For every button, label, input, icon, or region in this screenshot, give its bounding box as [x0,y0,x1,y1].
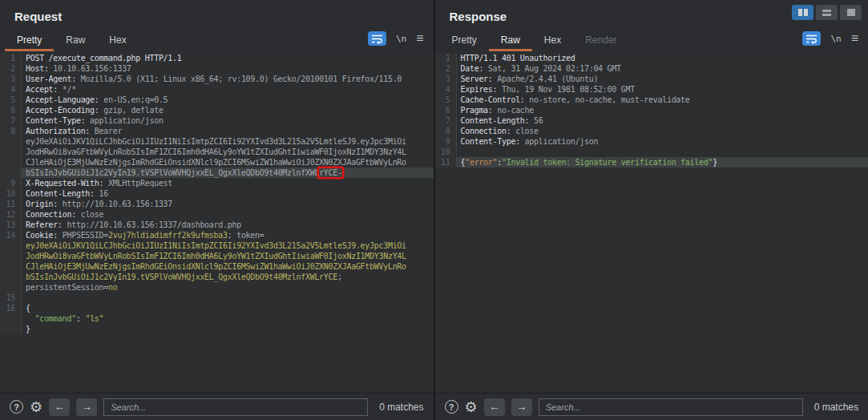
line-number: 9 [435,136,457,147]
word-wrap-icon [805,34,818,44]
code-line: "command": "ls" [0,313,434,324]
line-number: 2 [435,63,457,74]
code-line: 13Referer: http://10.10.63.156:1337/dash… [0,220,434,230]
search-previous-button[interactable]: ← [49,398,70,416]
code-line: 3User-Agent: Mozilla/5.0 (X11; Linux x86… [0,74,434,84]
line-number [0,313,22,324]
request-tab-raw[interactable]: Raw [54,29,97,51]
search-next-button[interactable]: → [76,398,97,416]
response-tab-render: Render [573,29,628,51]
code-line: 6Accept-Encoding: gzip, deflate [0,105,434,115]
response-search-input[interactable] [539,398,803,416]
search-previous-button[interactable]: ← [484,398,505,416]
response-match-count: 0 matches [814,402,858,413]
line-number: 15 [0,293,22,303]
line-number [0,261,22,272]
code-line: 11{"error":"Invalid token: Signature ver… [435,157,868,168]
line-number [0,240,22,251]
line-number: 7 [435,115,457,126]
line-number: 8 [435,126,457,136]
code-line: 2Date: Sat, 31 Aug 2024 02:17:04 GMT [435,63,868,74]
code-line: persistentSession=no [0,282,434,293]
show-newlines-icon[interactable]: \n [830,34,841,44]
search-next-button[interactable]: → [511,398,532,416]
line-number [0,272,22,282]
request-match-count: 0 matches [379,402,423,413]
response-editor[interactable]: 1HTTP/1.1 401 Unauthorized2Date: Sat, 31… [435,51,868,393]
response-search-bar: ? ⚙ ← → 0 matches [435,393,868,420]
word-wrap-toggle-button[interactable] [802,31,821,46]
layout-split-horizontal-button[interactable] [816,5,838,20]
line-number: 6 [435,105,457,115]
response-editor-toolbar: \n ≡ [802,29,868,51]
request-search-bar: ? ⚙ ← → 0 matches [0,393,434,420]
line-number: 6 [0,105,22,115]
editor-menu-icon[interactable]: ≡ [851,32,858,45]
line-number [0,147,22,157]
request-panel-title: Request [0,0,434,29]
view-layout-switcher [792,5,862,20]
response-tab-hex[interactable]: Hex [532,29,573,51]
layout-split-vertical-button[interactable] [792,5,813,20]
line-number [0,324,22,334]
code-line: 3Server: Apache/2.4.41 (Ubuntu) [435,74,868,84]
code-line: 9Content-Type: application/json [435,136,868,147]
line-number: 12 [0,209,22,220]
line-number: 16 [0,303,22,313]
line-number: 10 [0,188,22,199]
request-search-input[interactable] [103,398,368,416]
request-editor[interactable]: 1POST /execute_command.php HTTP/1.12Host… [0,51,434,393]
line-number [0,251,22,261]
code-line: bSIsInJvbGUiOiJ1c2VyIn19.tVSPlVoWVHQjxxE… [0,272,434,282]
layout-single-pane-button[interactable] [840,5,862,20]
line-number: 5 [0,95,22,105]
settings-gear-icon[interactable]: ⚙ [30,400,42,414]
code-line: 10 [435,147,868,157]
request-tab-hex[interactable]: Hex [97,29,138,51]
help-icon[interactable]: ? [445,400,458,414]
word-wrap-toggle-button[interactable] [368,31,386,46]
response-tabbar: Pretty Raw Hex Render \n ≡ [435,29,868,51]
line-number: 11 [435,157,457,168]
code-line: 5Cache-Control: no-store, no-cache, must… [435,95,868,105]
word-wrap-icon [371,34,383,44]
request-tab-pretty[interactable]: Pretty [5,29,54,51]
line-number: 7 [0,115,22,126]
response-tab-pretty[interactable]: Pretty [440,29,489,51]
request-tabbar: Pretty Raw Hex \n ≡ [0,29,434,51]
response-tab-raw[interactable]: Raw [489,29,532,51]
line-number: 14 [0,230,22,240]
code-line: 8Authorization: Bearer [0,126,434,136]
editor-menu-icon[interactable]: ≡ [416,32,423,45]
code-line: 7Content-Length: 56 [435,115,868,126]
split-vertical-icon [798,9,802,16]
line-number: 3 [435,74,457,84]
help-icon[interactable]: ? [10,400,23,414]
annotation-red-box: rYCE- [319,168,342,177]
code-line: CJleHAiOjE3MjUwNzEzNjgsImRhdGEiOnsidXNlc… [0,157,434,168]
code-line: 4Expires: Thu, 19 Nov 1981 08:52:00 GMT [435,84,868,95]
code-line: 14Cookie: PHPSESSID=2vuj7hldiadimfrf2k9u… [0,230,434,240]
split-horizontal-icon [822,10,831,16]
code-line: 9X-Requested-With: XMLHttpRequest [0,178,434,188]
code-line: 15 [0,293,434,303]
line-number: 3 [0,74,22,84]
settings-gear-icon[interactable]: ⚙ [465,400,478,414]
code-line: 11Origin: http://10.10.63.156:1337 [0,199,434,209]
code-line: 1POST /execute_command.php HTTP/1.1 [0,53,434,63]
request-editor-toolbar: \n ≡ [368,29,434,51]
code-line: 16{ [0,303,434,313]
code-line: 8Connection: close [435,126,868,136]
code-line: CJleHAiOjE3MjUwNzEzNjgsImRhdGEiOnsidXNlc… [0,261,434,272]
line-number: 11 [0,199,22,209]
repeater-split-view: Request Pretty Raw Hex \n ≡ 1POST /execu… [0,0,868,420]
line-number [0,168,22,178]
line-number: 1 [0,53,22,63]
line-number: 4 [435,84,457,95]
line-number [0,282,22,293]
response-panel: Response Pretty Raw Hex Render \n ≡ 1HTT… [435,0,868,420]
code-line: JodHRwOi8vaGFtbWVyLnRobSIsImF1ZCI6Imh0dH… [0,147,434,157]
line-number [0,157,22,168]
code-line: 4Accept: */* [0,84,434,95]
show-newlines-icon[interactable]: \n [396,34,406,44]
